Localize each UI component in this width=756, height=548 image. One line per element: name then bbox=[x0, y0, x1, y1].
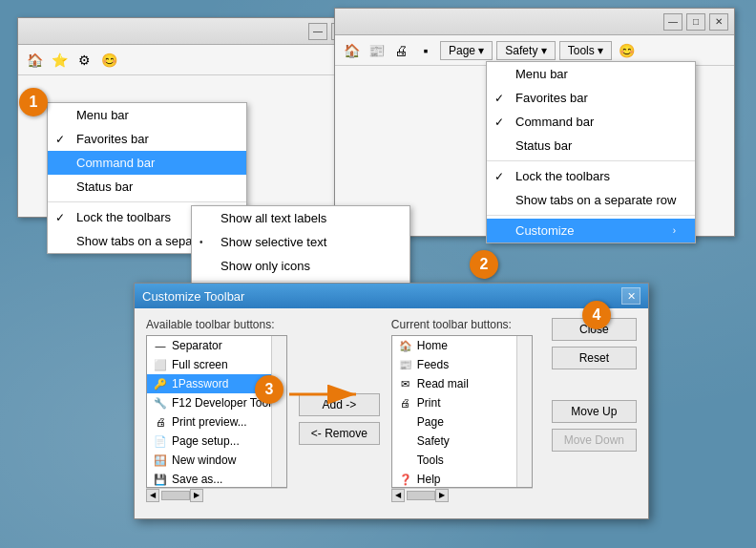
current-sb-thumb[interactable] bbox=[407, 491, 435, 500]
menu2-status-bar[interactable]: Status bar bbox=[487, 134, 695, 158]
available-separator[interactable]: — Separator bbox=[147, 336, 286, 355]
page-setup-label: Page setup... bbox=[172, 434, 240, 448]
submenu-show-selective[interactable]: • Show selective text bbox=[192, 230, 410, 254]
save-as-icon: 💾 bbox=[153, 472, 168, 487]
available-print-preview[interactable]: 🖨 Print preview... bbox=[147, 412, 286, 432]
step-badge-4: 4 bbox=[582, 301, 611, 329]
menu1-sep1 bbox=[48, 201, 246, 202]
front-page-btn[interactable]: Page ▾ bbox=[440, 41, 493, 60]
front-safety-btn[interactable]: Safety ▾ bbox=[496, 41, 555, 60]
menu1-favorites-bar[interactable]: ✓ Favorites bar bbox=[48, 127, 246, 151]
print-preview-label: Print preview... bbox=[172, 415, 247, 429]
menu2-show-tabs[interactable]: Show tabs on a separate row bbox=[487, 188, 695, 212]
new-window-label: New window bbox=[172, 453, 236, 467]
submenu-show-icons[interactable]: Show only icons bbox=[192, 254, 410, 278]
available-scrollbar[interactable] bbox=[271, 336, 286, 487]
step-badge-2: 2 bbox=[470, 250, 498, 279]
move-up-button[interactable]: Move Up bbox=[552, 400, 637, 423]
available-fullscreen[interactable]: ⬜ Full screen bbox=[147, 355, 286, 374]
fullscreen-label: Full screen bbox=[172, 358, 228, 371]
page-label: Page bbox=[417, 415, 444, 429]
dialog-title: Customize Toolbar bbox=[142, 289, 244, 304]
menu2-customize[interactable]: Customize › bbox=[487, 219, 695, 242]
menu2-favorites-bar[interactable]: ✓ Favorites bar bbox=[487, 86, 695, 110]
back-gear-icon[interactable]: ⚙ bbox=[74, 50, 94, 71]
new-window-icon: 🪟 bbox=[153, 453, 168, 468]
browser-window-back: — □ ✕ 🏠 ⭐ ⚙ 😊 Menu bar ✓ Favorites bar C… bbox=[17, 17, 380, 218]
front-close-btn[interactable]: ✕ bbox=[709, 13, 728, 31]
current-listbox[interactable]: 🏠 Home 📰 Feeds ✉ Read mail 🖨 Print bbox=[391, 335, 533, 488]
safety-label: Safety bbox=[417, 434, 450, 448]
current-help[interactable]: ❓ Help bbox=[392, 470, 532, 488]
available-sb-left[interactable]: ◀ bbox=[146, 489, 159, 502]
menu1-menu-bar[interactable]: Menu bar bbox=[48, 103, 246, 127]
front-feeds-icon[interactable]: 📰 bbox=[366, 40, 387, 61]
front-dot-icon: ▪ bbox=[415, 40, 436, 61]
current-read-mail[interactable]: ✉ Read mail bbox=[392, 374, 532, 393]
current-sb-right[interactable]: ▶ bbox=[435, 489, 449, 502]
feeds-label: Feeds bbox=[417, 358, 449, 371]
menu1-command-bar-label: Command bar bbox=[76, 156, 155, 170]
safety-icon bbox=[398, 433, 413, 449]
menu2-command-bar[interactable]: ✓ Command bar bbox=[487, 110, 695, 134]
front-home-icon[interactable]: 🏠 bbox=[341, 40, 362, 61]
feeds-icon: 📰 bbox=[398, 357, 413, 372]
front-face-icon[interactable]: 😊 bbox=[616, 40, 637, 61]
front-print-icon[interactable]: 🖨 bbox=[390, 40, 411, 61]
available-save-as[interactable]: 💾 Save as... bbox=[147, 470, 286, 488]
available-label: Available toolbar buttons: bbox=[146, 318, 287, 331]
menu2-lock-label: Lock the toolbars bbox=[515, 169, 610, 183]
back-face-icon[interactable]: 😊 bbox=[98, 50, 119, 71]
current-tools[interactable]: Tools bbox=[392, 451, 532, 470]
menu1-command-bar[interactable]: Command bar bbox=[48, 151, 246, 175]
available-listbox[interactable]: — Separator ⬜ Full screen 🔑 1Password 🔧 … bbox=[146, 335, 287, 488]
front-tools-btn[interactable]: Tools ▾ bbox=[559, 41, 612, 60]
sep-label: Separator bbox=[172, 339, 222, 352]
step-badge-1: 1 bbox=[19, 88, 48, 116]
back-minimize-btn[interactable]: — bbox=[308, 23, 327, 40]
available-hscrollbar[interactable]: ◀ ▶ bbox=[146, 488, 287, 501]
menu2-favorites-label: Favorites bar bbox=[515, 91, 588, 105]
submenu-sep bbox=[192, 281, 410, 282]
menu2-customize-label: Customize bbox=[515, 223, 574, 238]
front-minimize-btn[interactable]: — bbox=[663, 13, 682, 31]
back-star-icon[interactable]: ⭐ bbox=[49, 50, 70, 71]
current-safety[interactable]: Safety bbox=[392, 432, 532, 451]
reset-button[interactable]: Reset bbox=[552, 347, 637, 369]
available-sb-right[interactable]: ▶ bbox=[190, 489, 203, 502]
back-toolbar: 🏠 ⭐ ⚙ 😊 bbox=[18, 45, 379, 75]
menu2-menu-bar[interactable]: Menu bar bbox=[487, 62, 695, 86]
read-mail-icon: ✉ bbox=[398, 376, 413, 391]
current-print[interactable]: 🖨 Print bbox=[392, 393, 532, 412]
submenu-show-all[interactable]: Show all text labels bbox=[192, 206, 410, 230]
dialog-columns: Available toolbar buttons: — Separator ⬜… bbox=[146, 318, 637, 501]
dialog-close-icon[interactable]: ✕ bbox=[621, 287, 640, 305]
move-down-button[interactable]: Move Down bbox=[552, 429, 637, 452]
f12-icon: 🔧 bbox=[153, 395, 168, 411]
available-new-window[interactable]: 🪟 New window bbox=[147, 451, 286, 470]
menu2-lock-toolbars[interactable]: ✓ Lock the toolbars bbox=[487, 164, 695, 188]
menu1-status-bar[interactable]: Status bar bbox=[48, 175, 246, 199]
remove-button[interactable]: <- Remove bbox=[299, 422, 380, 445]
menu1-lock-check: ✓ bbox=[55, 211, 65, 224]
available-sb-thumb[interactable] bbox=[161, 491, 190, 500]
current-sb-left[interactable]: ◀ bbox=[391, 489, 405, 502]
current-page[interactable]: Page bbox=[392, 412, 532, 432]
1password-icon: 🔑 bbox=[153, 376, 168, 391]
current-scrollbar[interactable] bbox=[516, 336, 532, 487]
back-home-icon[interactable]: 🏠 bbox=[24, 50, 45, 71]
menu2-fav-check: ✓ bbox=[494, 92, 504, 105]
available-page-setup[interactable]: 📄 Page setup... bbox=[147, 432, 286, 451]
submenu-radio-dot: • bbox=[200, 237, 203, 247]
help-label: Help bbox=[417, 473, 441, 486]
current-home[interactable]: 🏠 Home bbox=[392, 336, 532, 355]
current-label: Current toolbar buttons: bbox=[391, 318, 533, 331]
save-as-label: Save as... bbox=[172, 473, 222, 486]
submenu-show-icons-label: Show only icons bbox=[220, 259, 310, 273]
current-hscrollbar[interactable]: ◀ ▶ bbox=[391, 488, 533, 501]
home-label: Home bbox=[417, 339, 448, 352]
customize-toolbar-dialog: Customize Toolbar ✕ Available toolbar bu… bbox=[134, 283, 649, 519]
front-maximize-btn[interactable]: □ bbox=[686, 13, 705, 31]
current-feeds[interactable]: 📰 Feeds bbox=[392, 355, 532, 374]
menu1-favorites-bar-label: Favorites bar bbox=[76, 132, 149, 146]
